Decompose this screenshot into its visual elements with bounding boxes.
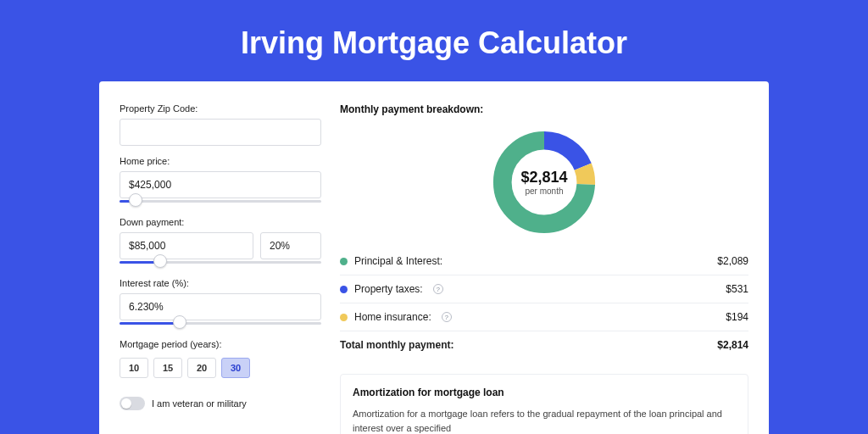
rate-slider-fill (120, 322, 180, 325)
period-option-20[interactable]: 20 (187, 358, 216, 378)
veteran-toggle[interactable] (120, 397, 145, 410)
legend-total-value: $2,814 (717, 339, 748, 351)
down-slider-thumb[interactable] (153, 254, 167, 268)
veteran-label: I am veteran or military (152, 398, 247, 409)
period-option-30[interactable]: 30 (221, 358, 250, 378)
amortization-box: Amortization for mortgage loan Amortizat… (340, 374, 748, 434)
price-slider-thumb[interactable] (129, 193, 142, 207)
amortization-title: Amortization for mortgage loan (353, 387, 736, 398)
breakdown-title: Monthly payment breakdown: (340, 103, 748, 115)
legend-value: $194 (726, 311, 748, 323)
down-field: Down payment: (120, 217, 321, 268)
price-field: Home price: (120, 156, 321, 207)
donut-chart: $2,814 per month (489, 127, 599, 237)
zip-field: Property Zip Code: (120, 103, 321, 146)
legend-value: $2,089 (717, 255, 748, 267)
period-option-10[interactable]: 10 (120, 358, 148, 378)
amortization-text: Amortization for a mortgage loan refers … (353, 407, 736, 434)
down-amount-input[interactable] (120, 232, 253, 259)
legend-value: $531 (726, 283, 748, 295)
calculator-card: Property Zip Code: Home price: Down paym… (99, 81, 769, 434)
price-slider[interactable] (120, 197, 321, 207)
input-panel: Property Zip Code: Home price: Down paym… (120, 103, 321, 434)
rate-slider[interactable] (120, 319, 321, 329)
rate-input[interactable] (120, 293, 321, 320)
legend-dot (340, 286, 348, 293)
zip-input[interactable] (120, 119, 321, 146)
down-percent-input[interactable] (260, 232, 321, 259)
rate-label: Interest rate (%): (120, 278, 321, 288)
donut-amount: $2,814 (520, 169, 567, 186)
legend-dot (340, 314, 348, 321)
price-input[interactable] (120, 171, 321, 198)
legend-dot (340, 258, 348, 265)
down-slider[interactable] (120, 258, 321, 268)
down-label: Down payment: (120, 217, 321, 227)
donut-center: $2,814 per month (489, 127, 599, 237)
legend-label: Principal & Interest: (354, 255, 442, 267)
info-icon[interactable]: ? (442, 312, 452, 322)
legend-label: Property taxes: (354, 283, 423, 295)
legend-label: Home insurance: (354, 311, 431, 323)
breakdown-panel: Monthly payment breakdown: $2,814 per mo… (340, 103, 748, 434)
zip-label: Property Zip Code: (120, 103, 321, 114)
rate-slider-thumb[interactable] (173, 315, 186, 329)
donut-chart-wrap: $2,814 per month (340, 122, 748, 242)
legend-row: Property taxes:?$531 (340, 275, 748, 303)
legend-row: Principal & Interest:$2,089 (340, 248, 748, 275)
legend-total-label: Total monthly payment: (340, 339, 453, 351)
period-options: 10152030 (120, 358, 321, 378)
veteran-row: I am veteran or military (120, 397, 321, 410)
donut-sub: per month (525, 186, 563, 196)
period-label: Mortgage period (years): (120, 339, 321, 349)
legend-total-row: Total monthly payment:$2,814 (340, 331, 748, 359)
info-icon[interactable]: ? (433, 284, 443, 294)
price-label: Home price: (120, 156, 321, 166)
period-field: Mortgage period (years): 10152030 (120, 339, 321, 378)
period-option-15[interactable]: 15 (153, 358, 182, 378)
legend-row: Home insurance:?$194 (340, 303, 748, 331)
breakdown-legend: Principal & Interest:$2,089Property taxe… (340, 248, 748, 359)
page-title: Irving Mortgage Calculator (0, 0, 868, 81)
rate-field: Interest rate (%): (120, 278, 321, 329)
